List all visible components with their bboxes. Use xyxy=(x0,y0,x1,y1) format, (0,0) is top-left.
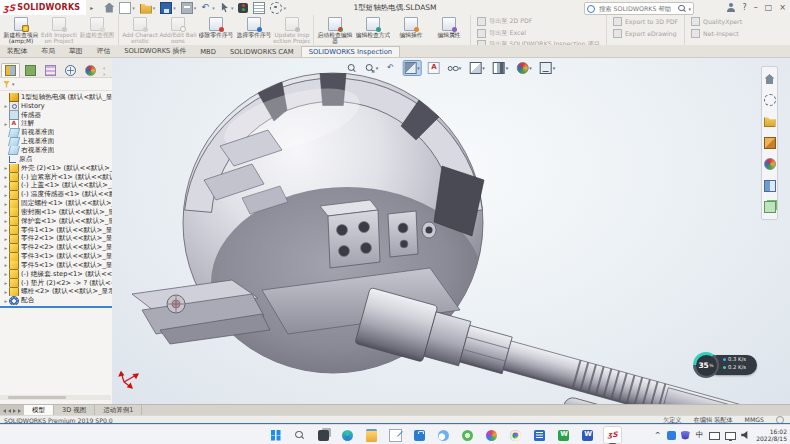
tree-item[interactable]: 上视基准面 xyxy=(0,137,112,146)
taskbar-edge[interactable] xyxy=(339,427,356,443)
qat-options[interactable] xyxy=(269,2,287,14)
taskbar-clock[interactable]: 16:02 2022/8/15 xyxy=(756,428,787,442)
command-tab[interactable]: 装配体 xyxy=(0,45,34,58)
command-tab[interactable]: 草图 xyxy=(62,45,90,58)
tab-scroll-right-icon[interactable] xyxy=(13,409,16,413)
tab-scroll-left-icon[interactable] xyxy=(8,409,11,413)
qat-print[interactable] xyxy=(180,2,198,14)
qat-open[interactable] xyxy=(139,2,157,14)
tree-item[interactable]: 注解 xyxy=(0,120,112,129)
ribbon-button[interactable]: 启动检查编辑器 xyxy=(316,16,354,44)
ribbon-button[interactable]: 移除零件序号 xyxy=(197,16,235,44)
qat-new[interactable] xyxy=(118,2,136,14)
panel-tab-dimxpertmanager[interactable] xyxy=(61,63,80,77)
command-tab[interactable]: 评估 xyxy=(90,45,118,58)
tree-item[interactable]: 零件2<2> (默认<<默认>_显示状 xyxy=(0,243,112,252)
hud-display-style[interactable] xyxy=(491,60,511,76)
minimize-button[interactable]: – xyxy=(754,0,758,15)
taskpane-appearance[interactable] xyxy=(764,155,776,174)
ribbon-button[interactable]: Add Characteristic xyxy=(121,16,159,44)
taskbar-mail[interactable] xyxy=(387,427,404,443)
command-tab[interactable]: 布局 xyxy=(34,45,62,58)
restore-button[interactable]: □ xyxy=(765,0,773,15)
qat-save[interactable] xyxy=(159,2,177,14)
ribbon-button[interactable]: 编辑操作 xyxy=(392,16,430,44)
filter-funnel-icon[interactable] xyxy=(3,81,10,88)
ribbon-button[interactable]: 编辑属性 xyxy=(430,16,468,44)
ribbon-menu-item[interactable]: QualityXpert xyxy=(691,17,742,26)
tab-scroll-right-icon[interactable] xyxy=(18,409,21,413)
tree-item[interactable]: 零件2<1> (默认<<默认>_显示状 xyxy=(0,235,112,244)
taskpane-layers[interactable] xyxy=(764,198,776,217)
command-tab[interactable]: SOLIDWORKS 插件 xyxy=(117,45,193,58)
tree-item[interactable]: (-) 上盖<1> (默认<<默认>_显示状 xyxy=(0,181,112,190)
ribbon-button[interactable]: Add/Edit Balloons xyxy=(159,16,197,44)
qat-rebuild[interactable] xyxy=(237,3,249,13)
taskbar-word[interactable] xyxy=(579,427,596,443)
taskbar-solidworks[interactable] xyxy=(603,426,622,444)
ribbon-menu-item[interactable]: Export eDrawing xyxy=(613,29,678,38)
scrollbar-thumb[interactable] xyxy=(8,396,66,399)
search-icon[interactable] xyxy=(678,5,686,13)
taskbar-wps[interactable] xyxy=(555,427,572,443)
tree-item[interactable]: 固定螺栓<1> (默认<<默认>_显示 xyxy=(0,199,112,208)
taskbar-reader[interactable] xyxy=(531,427,548,443)
taskbar-file-explorer[interactable] xyxy=(363,427,380,443)
tray-shield[interactable] xyxy=(681,431,690,440)
hud-zoom-area[interactable] xyxy=(363,61,381,75)
ribbon-button[interactable]: 选择零件序号 xyxy=(235,16,273,44)
hud-previous-view[interactable] xyxy=(384,61,398,75)
taskbar-cloud[interactable] xyxy=(435,427,452,443)
ribbon-menu-item[interactable]: Net-Inspect xyxy=(691,29,742,38)
panel-tab-propertymanager[interactable] xyxy=(21,63,40,77)
hud-annotation-view[interactable] xyxy=(426,60,442,76)
tree-item[interactable]: 保护套<1> (默认<<默认>_显示状 xyxy=(0,217,112,226)
filter-caret-icon[interactable]: ▾ xyxy=(12,81,15,87)
ribbon-menu-item[interactable]: 导出至 2D PDF xyxy=(477,17,600,26)
taskbar-chrome[interactable] xyxy=(507,427,524,443)
hud-zoom-fit[interactable] xyxy=(345,61,359,75)
tray-keyboard[interactable] xyxy=(709,432,720,440)
command-tab[interactable]: SOLIDWORKS Inspection xyxy=(301,46,401,58)
tree-item[interactable]: (-) 垫片 (2)<2> -> ? (默认<<默认 xyxy=(0,279,112,288)
graphics-viewport[interactable]: 35 % 0.3 K/s 0.2 K/s xyxy=(112,58,790,404)
panel-splitter[interactable] xyxy=(0,306,112,308)
help-button[interactable]: ? xyxy=(742,0,746,15)
panel-tab-featuremanager[interactable] xyxy=(1,63,20,77)
taskbar-start[interactable] xyxy=(267,427,284,443)
tray-display[interactable] xyxy=(725,432,736,440)
tab-scroll-left-icon[interactable] xyxy=(3,409,6,413)
taskbar-browser-360[interactable] xyxy=(459,427,476,443)
ribbon-menu-item[interactable]: Export to 3D PDF xyxy=(613,17,678,26)
qat-undo[interactable] xyxy=(200,3,216,13)
tree-item[interactable]: (-) 迫紧塞片<1> (默认<<默认>_显 xyxy=(0,173,112,182)
tree-item[interactable]: 右视基准面 xyxy=(0,146,112,155)
tree-item[interactable]: 传感器 xyxy=(0,111,112,120)
ribbon-button[interactable]: 新建检查项目 (amp;M) xyxy=(2,16,40,44)
tree-item[interactable]: (-) 绝缘套.step<1> (默认<<默认> xyxy=(0,270,112,279)
taskpane-display-pane[interactable] xyxy=(764,177,776,196)
tree-item[interactable]: 配合 xyxy=(0,296,112,305)
tree-item[interactable]: 零件5<1> (默认<<默认>_显示状 xyxy=(0,261,112,270)
tray-app[interactable] xyxy=(667,431,676,440)
hud-view-orientation[interactable] xyxy=(467,60,487,76)
taskpane-home[interactable] xyxy=(765,69,775,88)
ribbon-menu-item[interactable]: 导出至 Excel xyxy=(477,29,600,38)
command-tab[interactable]: SOLIDWORKS CAM xyxy=(223,47,301,58)
search-box[interactable]: ▾ xyxy=(584,2,694,15)
taskbar-task-view[interactable] xyxy=(315,427,332,443)
hud-viewport-settings[interactable] xyxy=(538,60,558,76)
main-shaft[interactable] xyxy=(350,287,790,404)
tray-chevron-icon[interactable]: ^ xyxy=(655,431,661,439)
ribbon-button[interactable]: Edit Inspection Project xyxy=(40,16,78,44)
command-tab[interactable]: MBD xyxy=(193,47,223,58)
panel-tab-configurationmanager[interactable] xyxy=(41,63,60,77)
ribbon-button[interactable]: 新建检查视图 xyxy=(78,16,116,44)
hud-appearance[interactable] xyxy=(514,60,534,76)
ime-indicator[interactable]: 中 xyxy=(696,430,704,440)
qat-select[interactable] xyxy=(219,3,235,13)
search-caret-icon[interactable]: ▾ xyxy=(688,6,691,12)
3d-model[interactable] xyxy=(112,58,790,404)
taskpane-properties[interactable] xyxy=(764,91,776,110)
panel-horizontal-scrollbar[interactable] xyxy=(0,395,111,400)
